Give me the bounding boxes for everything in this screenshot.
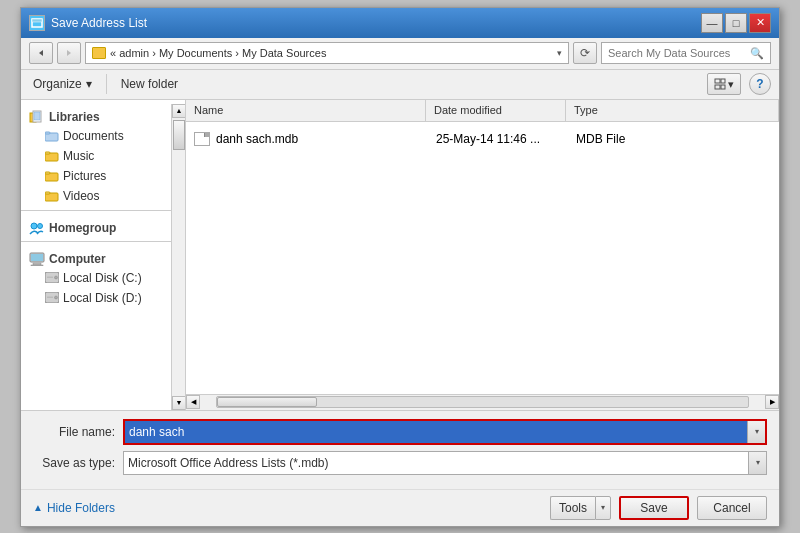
forward-button[interactable] [57,42,81,64]
libraries-header[interactable]: Libraries [21,104,171,126]
svg-rect-16 [45,172,50,174]
videos-label: Videos [63,189,99,203]
svg-rect-1 [32,19,42,22]
svg-rect-24 [31,265,43,266]
title-bar: Save Address List — □ ✕ [21,8,779,38]
cancel-button[interactable]: Cancel [697,496,767,520]
pictures-folder-icon [45,170,59,182]
sidebar-item-videos[interactable]: Videos [21,186,171,206]
documents-label: Documents [63,129,124,143]
new-folder-button[interactable]: New folder [117,73,182,95]
libraries-label: Libraries [49,110,100,124]
scroll-down-button[interactable]: ▼ [172,396,185,410]
filename-dropdown-button[interactable]: ▾ [747,421,765,443]
close-button[interactable]: ✕ [749,13,771,33]
svg-point-26 [55,276,58,279]
hide-folders-button[interactable]: ▲ Hide Folders [33,501,115,515]
filename-row: File name: ▾ [33,419,767,445]
homegroup-label: Homegroup [49,221,116,235]
svg-rect-30 [47,297,53,299]
sidebar-item-pictures[interactable]: Pictures [21,166,171,186]
file-icon [194,132,210,146]
savetype-wrapper: ▾ [123,451,767,475]
hide-folders-chevron: ▲ [33,502,43,513]
left-tree: Libraries Documents [21,104,171,410]
scroll-right-button[interactable]: ▶ [765,395,779,409]
toolbar: Organize ▾ New folder ▾ ? [21,70,779,100]
svg-rect-6 [715,85,720,89]
minimize-button[interactable]: — [701,13,723,33]
svg-rect-4 [715,79,720,83]
help-button[interactable]: ? [749,73,771,95]
breadcrumb[interactable]: « admin › My Documents › My Data Sources… [85,42,569,64]
organize-button[interactable]: Organize ▾ [29,73,96,95]
search-input[interactable] [608,47,750,59]
svg-rect-10 [34,112,40,120]
horizontal-scrollbar[interactable]: ◀ ▶ [186,394,779,410]
h-scroll-track [216,396,749,408]
left-panel-inner: Libraries Documents [21,104,185,410]
sidebar-item-music[interactable]: Music [21,146,171,166]
scroll-track [172,118,185,396]
tools-wrapper: Tools ▾ [550,496,611,520]
view-icon [714,78,726,90]
right-panel: Name Date modified Type danh sach.mdb 25… [186,100,779,410]
filename-input[interactable] [125,421,747,443]
breadcrumb-chevron[interactable]: ▾ [557,48,562,58]
sidebar-item-local-disk-c[interactable]: Local Disk (C:) [21,268,171,288]
svg-rect-12 [45,132,50,134]
view-button[interactable]: ▾ [707,73,741,95]
save-button[interactable]: Save [619,496,689,520]
title-bar-buttons: — □ ✕ [701,13,771,33]
section-divider-1 [21,210,171,211]
scroll-thumb[interactable] [173,120,185,150]
computer-label: Computer [49,252,106,266]
column-header-type[interactable]: Type [566,100,779,121]
videos-folder-icon [45,190,59,202]
tools-dropdown-button[interactable]: ▾ [595,496,611,520]
local-disk-d-label: Local Disk (D:) [63,291,142,305]
file-name: danh sach.mdb [216,132,436,146]
scroll-left-button[interactable]: ◀ [186,395,200,409]
svg-rect-27 [47,277,53,279]
file-date: 25-May-14 11:46 ... [436,132,576,146]
documents-folder-icon [45,130,59,142]
search-bar[interactable]: 🔍 [601,42,771,64]
homegroup-header[interactable]: Homegroup [21,215,171,237]
maximize-button[interactable]: □ [725,13,747,33]
computer-header[interactable]: Computer [21,246,171,268]
pictures-label: Pictures [63,169,106,183]
search-icon: 🔍 [750,47,764,60]
table-row[interactable]: danh sach.mdb 25-May-14 11:46 ... MDB Fi… [186,126,779,152]
local-disk-c-label: Local Disk (C:) [63,271,142,285]
bottom-section: File name: ▾ Save as type: ▾ [21,410,779,489]
sidebar-item-documents[interactable]: Documents [21,126,171,146]
scroll-up-button[interactable]: ▲ [172,104,185,118]
sidebar-item-local-disk-d[interactable]: Local Disk (D:) [21,288,171,308]
view-dropdown-arrow: ▾ [728,78,734,91]
svg-rect-7 [721,85,725,89]
h-scroll-thumb[interactable] [217,397,317,407]
hdd-c-icon [45,272,59,283]
hdd-d-icon [45,292,59,303]
left-panel: Libraries Documents [21,100,186,410]
homegroup-icon [29,221,45,235]
breadcrumb-text: « admin › My Documents › My Data Sources [110,47,326,59]
refresh-button[interactable]: ⟳ [573,42,597,64]
savetype-dropdown-button[interactable]: ▾ [748,452,766,474]
back-button[interactable] [29,42,53,64]
savetype-input[interactable] [124,452,748,474]
window-title: Save Address List [51,16,147,30]
column-header-name[interactable]: Name [186,100,426,121]
file-list: danh sach.mdb 25-May-14 11:46 ... MDB Fi… [186,122,779,394]
section-divider-2 [21,241,171,242]
column-header-date[interactable]: Date modified [426,100,566,121]
svg-point-19 [31,223,37,229]
savetype-row: Save as type: ▾ [33,451,767,475]
address-bar: « admin › My Documents › My Data Sources… [21,38,779,70]
title-bar-left: Save Address List [29,15,147,31]
left-scrollbar[interactable]: ▲ ▼ [171,104,185,410]
tools-button[interactable]: Tools [550,496,595,520]
libraries-icon [29,110,45,124]
svg-marker-3 [67,50,71,56]
